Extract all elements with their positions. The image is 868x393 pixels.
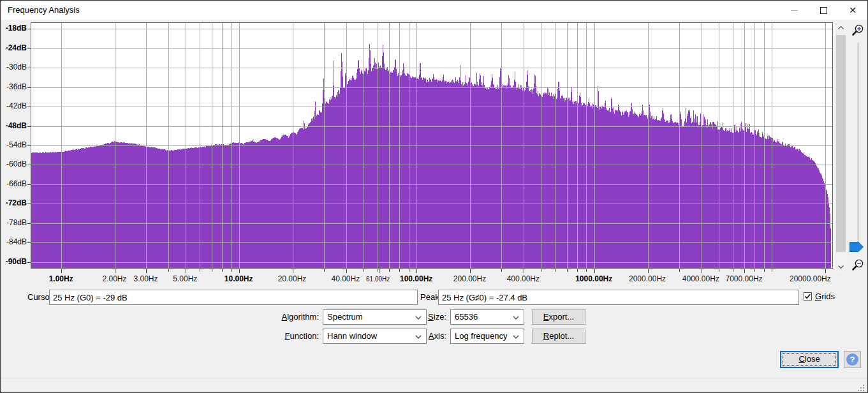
grids-checkbox[interactable] — [804, 292, 812, 300]
x-axis-tick — [409, 269, 409, 272]
x-axis-tick — [346, 269, 347, 273]
x-axis-label: 20000.00Hz — [790, 274, 831, 283]
y-axis-label: -42dB — [6, 101, 27, 110]
x-axis-tick — [733, 269, 733, 272]
x-axis-tick — [772, 269, 772, 272]
help-button[interactable]: ? — [844, 351, 861, 368]
x-axis-label: 5.00Hz — [173, 274, 197, 283]
x-axis-label: 20.00Hz — [278, 274, 307, 283]
peak-readout-field[interactable] — [438, 290, 799, 305]
maximize-icon — [820, 7, 827, 14]
replot-button[interactable]: Replot... — [532, 329, 585, 344]
status-separator — [1, 378, 867, 378]
function-label: Function: — [265, 329, 319, 344]
zoom-slider-track[interactable] — [857, 43, 859, 247]
y-axis-label: -78dB — [6, 218, 27, 227]
resize-grip[interactable] — [858, 383, 865, 390]
magnifier-plus-icon — [851, 24, 865, 38]
x-axis-tick — [378, 269, 378, 272]
zoom-in-button[interactable] — [851, 24, 865, 38]
magnifier-minus-icon — [851, 258, 865, 272]
algorithm-label: Algorithm: — [265, 309, 319, 325]
x-axis-tick — [212, 269, 212, 272]
x-axis-label: 4000.00Hz — [682, 274, 719, 283]
close-button[interactable]: Close — [780, 351, 839, 368]
axis-label: Axis: — [418, 329, 446, 344]
frequency-analysis-window: Frequency Analysis ✕ -18dB-24dB-30dB-36d… — [0, 0, 868, 393]
close-icon: ✕ — [849, 6, 857, 15]
x-axis-tick — [501, 269, 502, 272]
slider-thumb-icon — [850, 242, 864, 252]
minimize-icon — [791, 10, 798, 11]
algorithm-value: Spectrum — [327, 312, 363, 322]
x-axis: 1.00Hz2.00Hz3.00Hz5.00Hz10.00Hz20.00Hz40… — [1, 269, 849, 288]
x-axis-label: 10.00Hz — [224, 274, 253, 283]
x-axis-tick — [586, 269, 587, 272]
x-axis-label: 40.00Hz — [331, 274, 360, 283]
help-icon: ? — [846, 353, 858, 366]
y-axis-label: -36dB — [6, 82, 27, 91]
x-axis-tick — [231, 269, 232, 272]
x-axis-tick — [364, 269, 364, 272]
x-axis-tick — [648, 269, 649, 273]
x-axis-label: 100.00Hz — [400, 274, 432, 283]
x-axis-tick — [719, 269, 719, 272]
x-axis-label: 2000.00Hz — [629, 274, 666, 283]
x-axis-tick — [567, 269, 568, 272]
x-axis-tick — [389, 269, 390, 272]
y-axis: -18dB-24dB-30dB-36dB-42dB-48dB-54dB-60dB… — [1, 1, 31, 288]
size-value: 65536 — [455, 312, 478, 322]
checkmark-icon — [804, 293, 811, 300]
x-axis-label: 200.00Hz — [453, 274, 486, 283]
x-axis-tick — [293, 269, 293, 273]
x-axis-tick — [702, 269, 702, 273]
chevron-down-icon — [838, 265, 844, 269]
x-axis-tick — [744, 269, 745, 273]
axis-dropdown[interactable]: Log frequency — [450, 329, 524, 344]
grids-checkbox-label[interactable]: Grids — [815, 289, 835, 304]
x-axis-tick — [168, 269, 169, 272]
algorithm-dropdown[interactable]: Spectrum — [323, 309, 427, 325]
zoom-out-button[interactable] — [851, 258, 865, 272]
x-axis-tick — [416, 269, 417, 273]
y-axis-label: -66dB — [6, 179, 27, 188]
cursor-readout-field[interactable] — [49, 290, 418, 305]
spectrum-plot[interactable] — [31, 22, 833, 269]
scrollbar-thumb[interactable] — [836, 35, 846, 252]
zoom-slider-thumb[interactable] — [850, 242, 864, 252]
scroll-down-button[interactable] — [835, 262, 846, 272]
titlebar[interactable]: Frequency Analysis ✕ — [1, 1, 867, 20]
y-axis-label: -72dB — [6, 198, 27, 207]
x-axis-label: 1.00Hz — [49, 274, 73, 283]
export-button[interactable]: Export... — [532, 309, 585, 325]
size-label: Size: — [418, 309, 446, 325]
x-axis-tick — [825, 269, 826, 273]
x-axis-tick — [200, 269, 200, 272]
x-axis-tick — [577, 269, 578, 272]
y-axis-label: -24dB — [6, 43, 27, 52]
y-axis-label: -60dB — [6, 159, 27, 168]
y-axis-label: -54dB — [6, 140, 27, 149]
function-dropdown[interactable]: Hann window — [323, 329, 427, 344]
x-axis-label: 7000.00Hz — [726, 274, 763, 283]
function-value: Hann window — [327, 331, 377, 341]
window-close-button[interactable]: ✕ — [838, 1, 867, 20]
x-axis-tick — [754, 269, 755, 272]
maximize-button[interactable] — [809, 1, 838, 20]
vertical-scrollbar[interactable] — [835, 22, 846, 272]
y-axis-label: -84dB — [6, 237, 27, 246]
scroll-up-button[interactable] — [835, 22, 846, 33]
x-axis-tick — [524, 269, 524, 273]
size-dropdown[interactable]: 65536 — [450, 309, 524, 325]
axis-value: Log frequency — [455, 331, 507, 341]
minimize-button[interactable] — [779, 1, 809, 20]
x-axis-tick — [115, 269, 115, 273]
y-axis-label: -48dB — [6, 121, 27, 130]
x-axis-label: 2.00Hz — [102, 274, 126, 283]
x-axis-tick — [470, 269, 471, 273]
x-axis-tick — [222, 269, 223, 272]
y-axis-label: -18dB — [6, 24, 27, 33]
x-axis-tick — [399, 269, 400, 272]
y-axis-label: -90dB — [6, 257, 27, 266]
y-axis-label: -30dB — [6, 63, 27, 71]
